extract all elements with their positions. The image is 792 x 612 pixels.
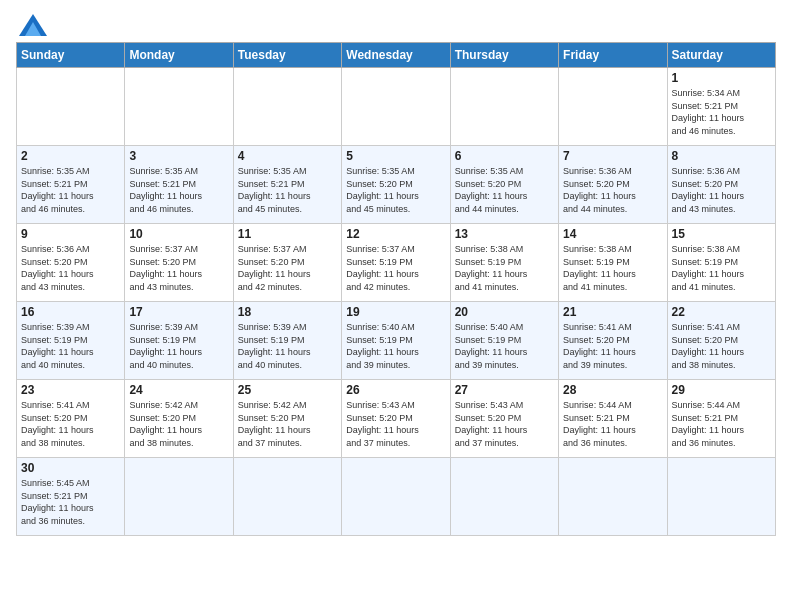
calendar-cell: 1Sunrise: 5:34 AM Sunset: 5:21 PM Daylig…: [667, 68, 775, 146]
calendar-cell: 4Sunrise: 5:35 AM Sunset: 5:21 PM Daylig…: [233, 146, 341, 224]
calendar-cell: 30Sunrise: 5:45 AM Sunset: 5:21 PM Dayli…: [17, 458, 125, 536]
calendar-cell: 9Sunrise: 5:36 AM Sunset: 5:20 PM Daylig…: [17, 224, 125, 302]
day-info: Sunrise: 5:41 AM Sunset: 5:20 PM Dayligh…: [563, 321, 662, 371]
day-number: 30: [21, 461, 120, 475]
calendar-cell: 6Sunrise: 5:35 AM Sunset: 5:20 PM Daylig…: [450, 146, 558, 224]
calendar-cell: 2Sunrise: 5:35 AM Sunset: 5:21 PM Daylig…: [17, 146, 125, 224]
calendar-cell: 23Sunrise: 5:41 AM Sunset: 5:20 PM Dayli…: [17, 380, 125, 458]
calendar-week-row: 23Sunrise: 5:41 AM Sunset: 5:20 PM Dayli…: [17, 380, 776, 458]
day-info: Sunrise: 5:38 AM Sunset: 5:19 PM Dayligh…: [672, 243, 771, 293]
day-number: 10: [129, 227, 228, 241]
day-number: 3: [129, 149, 228, 163]
day-info: Sunrise: 5:36 AM Sunset: 5:20 PM Dayligh…: [672, 165, 771, 215]
day-info: Sunrise: 5:35 AM Sunset: 5:21 PM Dayligh…: [238, 165, 337, 215]
calendar-cell: [233, 68, 341, 146]
calendar-cell: [450, 458, 558, 536]
logo-area: [16, 10, 47, 36]
day-info: Sunrise: 5:39 AM Sunset: 5:19 PM Dayligh…: [238, 321, 337, 371]
day-info: Sunrise: 5:37 AM Sunset: 5:20 PM Dayligh…: [238, 243, 337, 293]
calendar-cell: [125, 68, 233, 146]
weekday-header-tuesday: Tuesday: [233, 43, 341, 68]
weekday-header-monday: Monday: [125, 43, 233, 68]
calendar-cell: [667, 458, 775, 536]
day-info: Sunrise: 5:41 AM Sunset: 5:20 PM Dayligh…: [21, 399, 120, 449]
day-number: 7: [563, 149, 662, 163]
calendar-cell: 26Sunrise: 5:43 AM Sunset: 5:20 PM Dayli…: [342, 380, 450, 458]
calendar-cell: [559, 458, 667, 536]
calendar-cell: 13Sunrise: 5:38 AM Sunset: 5:19 PM Dayli…: [450, 224, 558, 302]
day-info: Sunrise: 5:37 AM Sunset: 5:20 PM Dayligh…: [129, 243, 228, 293]
calendar-cell: 24Sunrise: 5:42 AM Sunset: 5:20 PM Dayli…: [125, 380, 233, 458]
calendar-cell: [17, 68, 125, 146]
calendar-week-row: 16Sunrise: 5:39 AM Sunset: 5:19 PM Dayli…: [17, 302, 776, 380]
day-info: Sunrise: 5:37 AM Sunset: 5:19 PM Dayligh…: [346, 243, 445, 293]
weekday-header-thursday: Thursday: [450, 43, 558, 68]
calendar-cell: 27Sunrise: 5:43 AM Sunset: 5:20 PM Dayli…: [450, 380, 558, 458]
day-number: 4: [238, 149, 337, 163]
calendar-cell: 28Sunrise: 5:44 AM Sunset: 5:21 PM Dayli…: [559, 380, 667, 458]
day-number: 18: [238, 305, 337, 319]
calendar-cell: 22Sunrise: 5:41 AM Sunset: 5:20 PM Dayli…: [667, 302, 775, 380]
weekday-header-saturday: Saturday: [667, 43, 775, 68]
day-number: 9: [21, 227, 120, 241]
calendar-cell: 7Sunrise: 5:36 AM Sunset: 5:20 PM Daylig…: [559, 146, 667, 224]
calendar-cell: 5Sunrise: 5:35 AM Sunset: 5:20 PM Daylig…: [342, 146, 450, 224]
day-info: Sunrise: 5:42 AM Sunset: 5:20 PM Dayligh…: [238, 399, 337, 449]
calendar-cell: [559, 68, 667, 146]
day-number: 23: [21, 383, 120, 397]
calendar-cell: [342, 458, 450, 536]
calendar-cell: 17Sunrise: 5:39 AM Sunset: 5:19 PM Dayli…: [125, 302, 233, 380]
day-number: 6: [455, 149, 554, 163]
calendar-page: SundayMondayTuesdayWednesdayThursdayFrid…: [0, 0, 792, 612]
day-info: Sunrise: 5:36 AM Sunset: 5:20 PM Dayligh…: [21, 243, 120, 293]
day-number: 15: [672, 227, 771, 241]
calendar-cell: 3Sunrise: 5:35 AM Sunset: 5:21 PM Daylig…: [125, 146, 233, 224]
day-info: Sunrise: 5:38 AM Sunset: 5:19 PM Dayligh…: [563, 243, 662, 293]
day-info: Sunrise: 5:35 AM Sunset: 5:20 PM Dayligh…: [346, 165, 445, 215]
weekday-header-row: SundayMondayTuesdayWednesdayThursdayFrid…: [17, 43, 776, 68]
calendar-week-row: 9Sunrise: 5:36 AM Sunset: 5:20 PM Daylig…: [17, 224, 776, 302]
day-number: 22: [672, 305, 771, 319]
day-info: Sunrise: 5:43 AM Sunset: 5:20 PM Dayligh…: [455, 399, 554, 449]
day-info: Sunrise: 5:35 AM Sunset: 5:21 PM Dayligh…: [21, 165, 120, 215]
day-number: 13: [455, 227, 554, 241]
weekday-header-sunday: Sunday: [17, 43, 125, 68]
calendar-cell: 14Sunrise: 5:38 AM Sunset: 5:19 PM Dayli…: [559, 224, 667, 302]
calendar-cell: 11Sunrise: 5:37 AM Sunset: 5:20 PM Dayli…: [233, 224, 341, 302]
calendar-cell: 25Sunrise: 5:42 AM Sunset: 5:20 PM Dayli…: [233, 380, 341, 458]
calendar-cell: 19Sunrise: 5:40 AM Sunset: 5:19 PM Dayli…: [342, 302, 450, 380]
day-number: 29: [672, 383, 771, 397]
day-number: 11: [238, 227, 337, 241]
day-info: Sunrise: 5:43 AM Sunset: 5:20 PM Dayligh…: [346, 399, 445, 449]
day-info: Sunrise: 5:42 AM Sunset: 5:20 PM Dayligh…: [129, 399, 228, 449]
day-info: Sunrise: 5:38 AM Sunset: 5:19 PM Dayligh…: [455, 243, 554, 293]
day-info: Sunrise: 5:36 AM Sunset: 5:20 PM Dayligh…: [563, 165, 662, 215]
day-info: Sunrise: 5:39 AM Sunset: 5:19 PM Dayligh…: [129, 321, 228, 371]
calendar-cell: [125, 458, 233, 536]
calendar-week-row: 2Sunrise: 5:35 AM Sunset: 5:21 PM Daylig…: [17, 146, 776, 224]
day-info: Sunrise: 5:35 AM Sunset: 5:21 PM Dayligh…: [129, 165, 228, 215]
calendar-cell: 29Sunrise: 5:44 AM Sunset: 5:21 PM Dayli…: [667, 380, 775, 458]
day-info: Sunrise: 5:45 AM Sunset: 5:21 PM Dayligh…: [21, 477, 120, 527]
day-number: 24: [129, 383, 228, 397]
day-number: 28: [563, 383, 662, 397]
calendar-cell: 20Sunrise: 5:40 AM Sunset: 5:19 PM Dayli…: [450, 302, 558, 380]
day-number: 2: [21, 149, 120, 163]
day-info: Sunrise: 5:40 AM Sunset: 5:19 PM Dayligh…: [455, 321, 554, 371]
day-number: 21: [563, 305, 662, 319]
calendar-cell: 16Sunrise: 5:39 AM Sunset: 5:19 PM Dayli…: [17, 302, 125, 380]
day-number: 14: [563, 227, 662, 241]
calendar-cell: 21Sunrise: 5:41 AM Sunset: 5:20 PM Dayli…: [559, 302, 667, 380]
calendar-cell: 15Sunrise: 5:38 AM Sunset: 5:19 PM Dayli…: [667, 224, 775, 302]
day-info: Sunrise: 5:39 AM Sunset: 5:19 PM Dayligh…: [21, 321, 120, 371]
weekday-header-wednesday: Wednesday: [342, 43, 450, 68]
day-number: 5: [346, 149, 445, 163]
day-number: 8: [672, 149, 771, 163]
day-number: 16: [21, 305, 120, 319]
calendar-week-row: 30Sunrise: 5:45 AM Sunset: 5:21 PM Dayli…: [17, 458, 776, 536]
day-info: Sunrise: 5:44 AM Sunset: 5:21 PM Dayligh…: [563, 399, 662, 449]
header: [16, 10, 776, 36]
calendar-cell: [450, 68, 558, 146]
day-info: Sunrise: 5:41 AM Sunset: 5:20 PM Dayligh…: [672, 321, 771, 371]
day-number: 17: [129, 305, 228, 319]
